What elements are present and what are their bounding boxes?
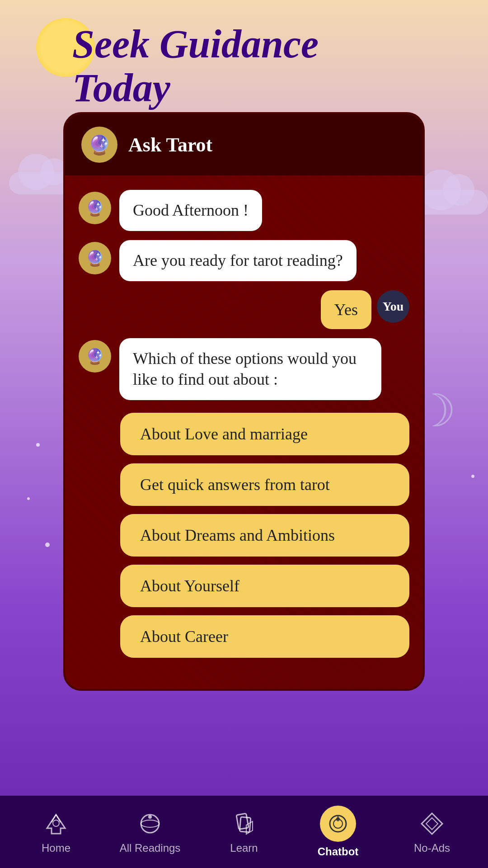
nav-item-chatbot[interactable]: Chatbot	[291, 806, 385, 858]
svg-marker-0	[47, 815, 65, 834]
option-dreams[interactable]: About Dreams and Ambitions	[120, 514, 409, 557]
chat-header: 🔮 Ask Tarot	[65, 114, 423, 175]
nav-noads-icon	[418, 809, 446, 838]
nav-learn-label: Learn	[230, 842, 258, 854]
nav-item-learn[interactable]: Learn	[197, 809, 291, 854]
star	[36, 443, 40, 447]
message-bubble-1: Good Afternoon !	[119, 190, 262, 231]
nav-chatbot-icon	[320, 806, 356, 842]
message-row-1: 🔮 Good Afternoon !	[79, 190, 409, 231]
user-avatar: You	[377, 290, 409, 323]
chat-header-title: Ask Tarot	[128, 133, 212, 156]
options-area: About Love and marriage Get quick answer…	[79, 413, 409, 658]
svg-point-6	[148, 815, 152, 819]
nav-home-label: Home	[42, 842, 70, 854]
chat-body: 🔮 Good Afternoon ! 🔮 Are you ready for t…	[65, 175, 423, 672]
star	[471, 475, 474, 478]
star	[45, 542, 50, 547]
bot-icon-2: 🔮	[79, 242, 111, 274]
svg-marker-16	[426, 818, 438, 830]
option-love[interactable]: About Love and marriage	[120, 413, 409, 455]
option-quick-answers[interactable]: Get quick answers from tarot	[120, 463, 409, 506]
nav-readings-icon	[136, 809, 164, 838]
option-career[interactable]: About Career	[120, 615, 409, 658]
message-row-3: 🔮 Which of these options would you like …	[79, 338, 409, 401]
svg-marker-15	[422, 813, 442, 834]
nav-noads-label: No-Ads	[414, 842, 450, 854]
nav-item-no-ads[interactable]: No-Ads	[385, 809, 479, 854]
nav-readings-label: All Readings	[120, 842, 181, 854]
nav-home-icon	[42, 809, 70, 838]
star	[27, 497, 30, 500]
page-title: Seek Guidance Today	[72, 23, 470, 110]
nav-learn-icon	[230, 809, 258, 838]
svg-point-5	[141, 820, 159, 827]
user-bubble: Yes	[321, 290, 371, 329]
svg-rect-7	[236, 813, 249, 829]
svg-rect-8	[239, 817, 251, 832]
message-bubble-2: Are you ready for tarot reading?	[119, 240, 357, 281]
nav-item-all-readings[interactable]: All Readings	[103, 809, 197, 854]
svg-point-13	[337, 820, 339, 821]
bottom-nav: Home All Readings Learn	[0, 796, 488, 868]
nav-item-home[interactable]: Home	[9, 809, 103, 854]
chat-window: 🔮 Ask Tarot 🔮 Good Afternoon ! 🔮 Are you…	[63, 112, 425, 691]
nav-chatbot-label: Chatbot	[318, 845, 359, 858]
option-yourself[interactable]: About Yourself	[120, 565, 409, 607]
svg-point-1	[53, 820, 59, 826]
message-row-2: 🔮 Are you ready for tarot reading?	[79, 240, 409, 281]
tarot-ball-icon: 🔮	[81, 127, 117, 163]
message-bubble-3: Which of these options would you like to…	[119, 338, 381, 401]
bot-icon-3: 🔮	[79, 340, 111, 373]
message-row-user: You Yes	[79, 290, 409, 329]
bot-icon-1: 🔮	[79, 192, 111, 224]
